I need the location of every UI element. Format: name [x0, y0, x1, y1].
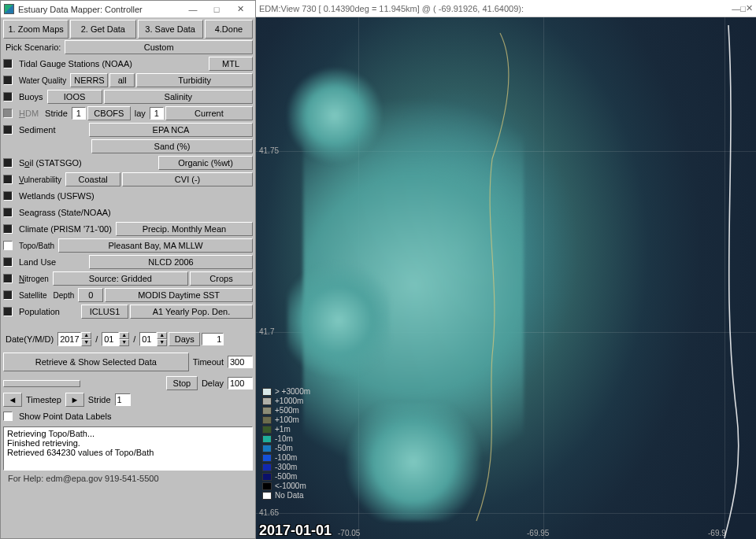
- buoys-param[interactable]: Salinity: [104, 90, 253, 104]
- legend-swatch: [262, 445, 272, 452]
- grid-y-label: 41.75: [259, 146, 279, 155]
- progress-slider[interactable]: [3, 380, 80, 387]
- grid-x-label: -70.05: [338, 529, 360, 537]
- population-param[interactable]: A1 Yearly Pop. Den.: [130, 305, 253, 319]
- hdm-param[interactable]: Current: [165, 106, 253, 120]
- hdm-lay-input[interactable]: 1: [150, 107, 164, 120]
- map-datestamp: 2017-01-01: [259, 522, 332, 539]
- nitrogen-source[interactable]: Source: Gridded: [53, 271, 188, 286]
- legend-item: -50m: [262, 444, 310, 453]
- timestep-label: Timestep: [24, 393, 64, 406]
- date-year[interactable]: ▲▼: [57, 332, 91, 346]
- satellite-depth-label: Depth: [51, 290, 77, 301]
- soil-param[interactable]: Organic (%wt): [158, 156, 253, 170]
- legend-label: +100m: [275, 415, 299, 424]
- pick-scenario-select[interactable]: Custom: [65, 40, 253, 54]
- topobath-label: Topo/Bath: [17, 240, 57, 252]
- wq-source[interactable]: NERRS: [70, 73, 108, 87]
- timeout-input[interactable]: 300: [228, 356, 253, 368]
- legend-item: > +3000m: [262, 387, 310, 397]
- vuln-label: Vulnerability: [17, 174, 64, 186]
- show-labels-checkbox[interactable]: [3, 412, 13, 421]
- close-button[interactable]: ✕: [228, 2, 252, 17]
- legend-label: -50m: [275, 444, 293, 452]
- down-arrow-icon: ▼: [81, 339, 91, 346]
- vuln-checkbox[interactable]: [3, 175, 13, 184]
- map-canvas[interactable]: 41.75 41.7 41.65 -70.05 -69.95 -69.9 > +…: [256, 17, 756, 539]
- hdm-label: HDM: [17, 107, 41, 120]
- hdm-stride-input[interactable]: 1: [72, 107, 86, 120]
- population-source[interactable]: ICLUS1: [81, 305, 128, 319]
- satellite-param[interactable]: MODIS Daytime SST: [105, 288, 253, 302]
- step-get-data[interactable]: 2. Get Data: [70, 20, 135, 39]
- legend-swatch: [262, 463, 272, 471]
- climate-param[interactable]: Precip. Monthly Mean: [116, 222, 253, 236]
- legend-item: +500m: [262, 406, 310, 415]
- timestep-prev-button[interactable]: ◄: [3, 393, 22, 407]
- legend-swatch: [262, 482, 272, 490]
- legend-item: -10m: [262, 434, 310, 444]
- map-minimize-button[interactable]: —: [732, 4, 740, 13]
- topobath-value[interactable]: Pleasant Bay, MA MLLW: [58, 238, 253, 253]
- date-day[interactable]: ▲▼: [139, 332, 167, 346]
- legend-item: <-1000m: [262, 482, 310, 491]
- landuse-value[interactable]: NLCD 2006: [89, 255, 253, 269]
- map-close-button[interactable]: ✕: [746, 3, 753, 13]
- step-done[interactable]: 4.Done: [205, 20, 253, 39]
- stop-button[interactable]: Stop: [166, 376, 198, 390]
- step-zoom-maps[interactable]: 1. Zoom Maps: [3, 20, 69, 39]
- sediment-source[interactable]: EPA NCA: [89, 123, 253, 137]
- legend-label: +1m: [275, 425, 291, 434]
- delay-input[interactable]: 100: [228, 377, 253, 389]
- wq-scope[interactable]: all: [109, 73, 135, 87]
- hdm-stride-label: Stride: [43, 107, 70, 120]
- vuln-param[interactable]: CVI (-): [122, 172, 253, 186]
- date-month[interactable]: ▲▼: [102, 332, 129, 346]
- sediment-checkbox[interactable]: [3, 125, 13, 135]
- seagrass-checkbox[interactable]: [3, 208, 13, 217]
- population-checkbox[interactable]: [3, 307, 13, 316]
- maximize-button[interactable]: □: [205, 2, 228, 17]
- buoys-checkbox[interactable]: [3, 92, 13, 102]
- legend-item: +1000m: [262, 397, 310, 406]
- controller-title: Estuary Data Mapper: Controller: [18, 5, 181, 14]
- days-input[interactable]: 1: [202, 333, 224, 345]
- wq-param[interactable]: Turbidity: [136, 73, 253, 87]
- minimize-button[interactable]: —: [181, 2, 205, 17]
- timestep-next-button[interactable]: ►: [65, 393, 84, 407]
- wq-checkbox[interactable]: [3, 76, 13, 85]
- satellite-checkbox[interactable]: [3, 290, 13, 300]
- step-save-data[interactable]: 3. Save Data: [138, 20, 203, 39]
- topobath-checkbox[interactable]: [3, 241, 13, 250]
- days-button[interactable]: Days: [169, 332, 200, 346]
- tidal-option[interactable]: MTL: [209, 57, 253, 71]
- climate-label: Climate (PRISM '71-'00): [17, 223, 114, 235]
- vuln-scope[interactable]: Coastal: [65, 172, 120, 186]
- sediment-param[interactable]: Sand (%): [91, 139, 253, 153]
- grid-x-label: -69.9: [708, 529, 726, 537]
- landuse-checkbox[interactable]: [3, 257, 13, 267]
- map-titlebar: EDM:View 730 [ 0.14390deg = 11.945km] @ …: [256, 0, 756, 17]
- buoys-label: Buoys: [17, 90, 46, 103]
- map-maximize-button[interactable]: □: [740, 4, 746, 13]
- tidal-label: Tidal Gauge Stations (NOAA): [17, 57, 207, 70]
- nitrogen-param[interactable]: Crops: [190, 271, 253, 286]
- delay-label: Delay: [199, 377, 226, 389]
- climate-checkbox[interactable]: [3, 224, 13, 234]
- help-text: For Help: edm@epa.gov 919-541-5500: [3, 471, 253, 486]
- nitrogen-checkbox[interactable]: [3, 274, 13, 283]
- satellite-depth[interactable]: 0: [78, 288, 103, 302]
- stride2-input[interactable]: 1: [115, 393, 131, 406]
- legend-label: -10m: [275, 434, 293, 443]
- population-label: Population: [17, 305, 80, 318]
- soil-checkbox[interactable]: [3, 158, 13, 168]
- legend-item: -300m: [262, 463, 310, 472]
- hdm-model[interactable]: CBOFS: [87, 106, 131, 120]
- retrieve-button[interactable]: Retrieve & Show Selected Data: [3, 353, 189, 371]
- hdm-checkbox[interactable]: [3, 109, 13, 118]
- map-window: EDM:View 730 [ 0.14390deg = 11.945km] @ …: [256, 0, 756, 539]
- buoys-source[interactable]: IOOS: [47, 90, 102, 104]
- grid-y-label: 41.65: [259, 508, 279, 517]
- wetlands-checkbox[interactable]: [3, 191, 13, 201]
- tidal-checkbox[interactable]: [3, 59, 13, 68]
